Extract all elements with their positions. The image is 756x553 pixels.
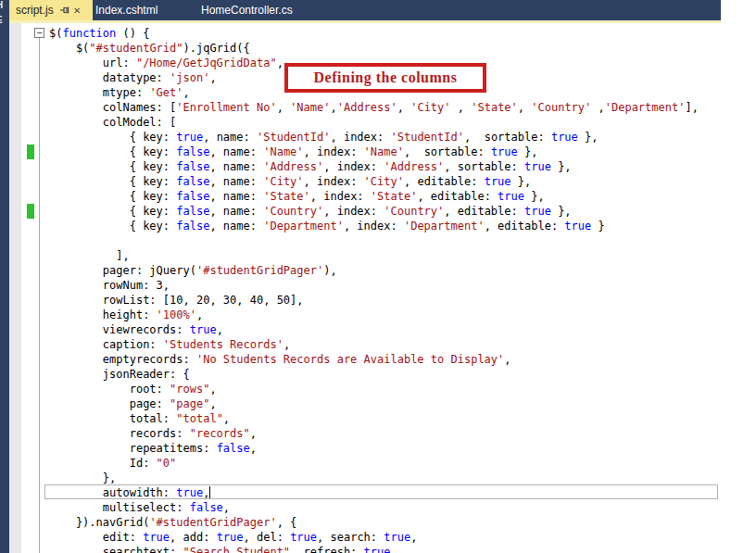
code-line[interactable]: },: [0, 471, 756, 485]
code-line[interactable]: { key: false, name: 'Name', index: 'Name…: [0, 145, 756, 159]
strip-text-fragment: H: [0, 0, 3, 10]
code-line[interactable]: searchtext: "Search Student", refresh: t…: [0, 545, 756, 553]
editor-window: script.js ✕ Index.cshtml HomeController.…: [0, 0, 756, 553]
code-line[interactable]: pager: jQuery('#studentGridPager'),: [0, 263, 756, 278]
code-line[interactable]: { key: false, name: 'Country', index: 'C…: [0, 204, 756, 219]
code-line[interactable]: }).navGrid('#studentGridPager', {: [0, 515, 756, 530]
code-line[interactable]: { key: false, name: 'Address', index: 'A…: [0, 159, 756, 174]
code-line[interactable]: ],: [0, 248, 756, 263]
code-line[interactable]: colModel: [: [0, 115, 756, 130]
code-line[interactable]: emptyrecords: 'No Students Records are A…: [0, 352, 756, 367]
code-line[interactable]: height: '100%',: [0, 308, 756, 322]
code-line[interactable]: rowNum: 3,: [0, 278, 756, 293]
annotation-label: Defining the columns: [314, 69, 458, 86]
tab-homecontroller-cs[interactable]: HomeController.cs: [197, 0, 318, 20]
close-icon[interactable]: ✕: [71, 5, 83, 17]
tab-index-cshtml[interactable]: Index.cshtml: [92, 0, 184, 20]
code-line[interactable]: total: "total",: [0, 411, 756, 426]
code-line[interactable]: $(function () {: [0, 26, 756, 41]
tab-label: script.js: [16, 4, 54, 17]
strip-text-fragment: E: [0, 15, 3, 25]
tab-label: HomeController.cs: [201, 4, 293, 17]
code-line[interactable]: autowidth: true,: [0, 485, 756, 500]
left-strip: H E: [0, 0, 9, 553]
pin-icon[interactable]: [59, 5, 71, 17]
code-editor[interactable]: − $(function () { $("#studentGrid").jqGr…: [0, 23, 756, 553]
code-line[interactable]: { key: false, name: 'State', index: 'Sta…: [0, 189, 756, 204]
code-line[interactable]: colNames: ['Enrollment No', 'Name','Addr…: [0, 100, 756, 115]
code-line[interactable]: edit: true, add: true, del: true, search…: [0, 530, 756, 545]
code-line[interactable]: { key: false, name: 'Department', index:…: [0, 219, 756, 233]
code-line[interactable]: Id: "0": [0, 456, 756, 471]
code-line[interactable]: jsonReader: {: [0, 367, 756, 382]
code-line[interactable]: rowList: [10, 20, 30, 40, 50],: [0, 293, 756, 308]
code-line[interactable]: [0, 233, 756, 248]
tab-label: Index.cshtml: [95, 4, 158, 17]
code-line[interactable]: caption: 'Students Records',: [0, 337, 756, 352]
text-cursor: [209, 486, 210, 498]
code-line[interactable]: { key: true, name: 'StudentId', index: '…: [0, 130, 756, 145]
code-line[interactable]: records: "records",: [0, 426, 756, 441]
code-line[interactable]: repeatitems: false,: [0, 441, 756, 456]
code-area[interactable]: $(function () { $("#studentGrid").jqGrid…: [0, 26, 756, 553]
code-line[interactable]: multiselect: false,: [0, 500, 756, 515]
code-line[interactable]: { key: false, name: 'City', index: 'City…: [0, 174, 756, 189]
code-line[interactable]: viewrecords: true,: [0, 322, 756, 337]
code-line[interactable]: page: "page",: [0, 396, 756, 411]
code-line[interactable]: root: "rows",: [0, 382, 756, 396]
annotation-box: Defining the columns: [284, 63, 486, 93]
tab-script-js[interactable]: script.js ✕: [9, 0, 93, 20]
code-line[interactable]: $("#studentGrid").jqGrid({: [0, 41, 756, 56]
tab-bar: script.js ✕ Index.cshtml HomeController.…: [0, 0, 721, 20]
